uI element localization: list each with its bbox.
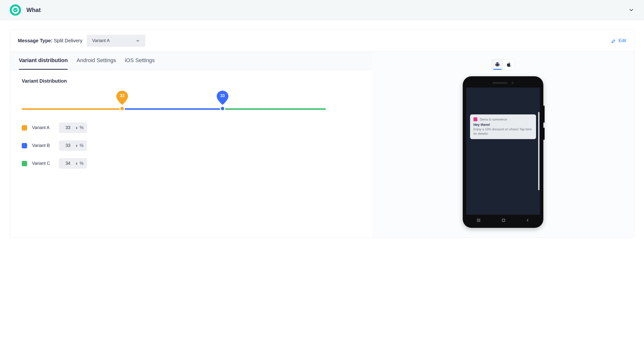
- push-notification-preview: Demo E-commerce Hey there! Enjoy a 10% d…: [470, 114, 536, 139]
- preview-platform-toggle: [492, 59, 514, 70]
- swatch-b: [22, 143, 27, 148]
- preview-toggle-android[interactable]: [492, 59, 503, 70]
- notification-body: Enjoy a 10% discount on shoes! Tap here …: [474, 127, 532, 136]
- variant-b-stepper[interactable]: ▴ ▾: [76, 144, 77, 147]
- square-icon: [501, 218, 506, 222]
- menu-icon: [476, 218, 481, 223]
- edit-label: Edit: [618, 38, 626, 43]
- svg-rect-1: [502, 219, 505, 222]
- percent-symbol: %: [80, 161, 84, 166]
- tab-variant-distribution[interactable]: Variant distribution: [19, 52, 68, 70]
- phone-camera: [512, 82, 514, 84]
- slider-segment-b: [122, 108, 222, 110]
- slider-marker-b[interactable]: 33: [217, 91, 228, 105]
- step-complete-badge: [10, 5, 21, 16]
- slider-marker-b-value: 33: [217, 94, 228, 98]
- slider-segment-a: [22, 108, 122, 110]
- slider-marker-a-value: 33: [116, 94, 128, 98]
- variant-b-label: Variant B: [32, 143, 54, 148]
- chevron-left-icon: [526, 218, 530, 222]
- swatch-a: [22, 125, 27, 131]
- caret-down-icon: ▾: [76, 164, 77, 165]
- card-top-bar: Message Type: Split Delivery Variant A E…: [10, 30, 634, 52]
- section-title: What: [26, 7, 41, 14]
- variant-b-input[interactable]: [62, 143, 74, 148]
- slider-segment-c: [222, 108, 326, 110]
- phone-mockup: Demo E-commerce Hey there! Enjoy a 10% d…: [463, 76, 543, 228]
- distribution-slider[interactable]: 33 33: [22, 91, 360, 115]
- caret-down-icon: ▾: [76, 128, 77, 129]
- preview-scrollbar[interactable]: [538, 112, 540, 190]
- notification-app-icon: [474, 117, 478, 121]
- variant-c-stepper[interactable]: ▴ ▾: [76, 162, 77, 165]
- apple-icon: [506, 62, 511, 67]
- slider-handle-b[interactable]: [220, 106, 225, 111]
- phone-nav-bar: [466, 215, 540, 226]
- left-pane: Variant distribution Android Settings iO…: [10, 52, 372, 238]
- variant-select-value: Variant A: [92, 38, 110, 43]
- variant-row-a: Variant A ▴ ▾ %: [22, 123, 360, 133]
- chevron-down-icon: [628, 7, 634, 13]
- notification-title: Hey there!: [474, 123, 532, 127]
- phone-screen: Demo E-commerce Hey there! Enjoy a 10% d…: [466, 88, 540, 215]
- what-card: Message Type: Split Delivery Variant A E…: [10, 30, 634, 238]
- tab-ios-settings[interactable]: iOS Settings: [125, 52, 155, 70]
- swatch-c: [22, 161, 27, 166]
- variant-a-stepper[interactable]: ▴ ▾: [76, 126, 77, 129]
- variant-a-label: Variant A: [32, 125, 54, 130]
- variant-b-input-wrap: ▴ ▾ %: [59, 140, 87, 151]
- notification-app-name: Demo E-commerce: [480, 118, 507, 121]
- percent-symbol: %: [80, 125, 84, 130]
- variant-row-b: Variant B ▴ ▾ %: [22, 140, 360, 151]
- preview-pane: Demo E-commerce Hey there! Enjoy a 10% d…: [372, 52, 634, 238]
- distribution-title: Variant Distribution: [22, 78, 360, 84]
- variant-a-input[interactable]: [62, 125, 74, 131]
- variant-c-input[interactable]: [62, 161, 74, 166]
- tabs: Variant distribution Android Settings iO…: [10, 52, 372, 70]
- phone-speaker: [492, 82, 507, 84]
- tab-android-settings[interactable]: Android Settings: [76, 52, 116, 70]
- variant-c-input-wrap: ▴ ▾ %: [59, 158, 87, 169]
- collapse-toggle[interactable]: [628, 7, 634, 13]
- section-header: What: [0, 0, 644, 20]
- slider-marker-a[interactable]: 33: [116, 91, 128, 105]
- chevron-down-icon: [136, 39, 140, 43]
- variant-rows: Variant A ▴ ▾ % Variant B: [22, 123, 360, 169]
- pencil-icon: [611, 38, 616, 43]
- caret-down-icon: ▾: [76, 146, 77, 147]
- variant-a-input-wrap: ▴ ▾ %: [59, 123, 87, 133]
- edit-button[interactable]: Edit: [611, 38, 626, 43]
- preview-toggle-ios[interactable]: [503, 59, 514, 70]
- variant-select[interactable]: Variant A: [87, 35, 145, 47]
- message-type-label: Message Type: Split Delivery: [18, 38, 82, 44]
- check-icon: [13, 8, 18, 13]
- android-icon: [495, 62, 500, 67]
- variant-row-c: Variant C ▴ ▾ %: [22, 158, 360, 169]
- slider-handle-a[interactable]: [120, 106, 125, 111]
- variant-c-label: Variant C: [32, 161, 54, 166]
- percent-symbol: %: [80, 143, 84, 148]
